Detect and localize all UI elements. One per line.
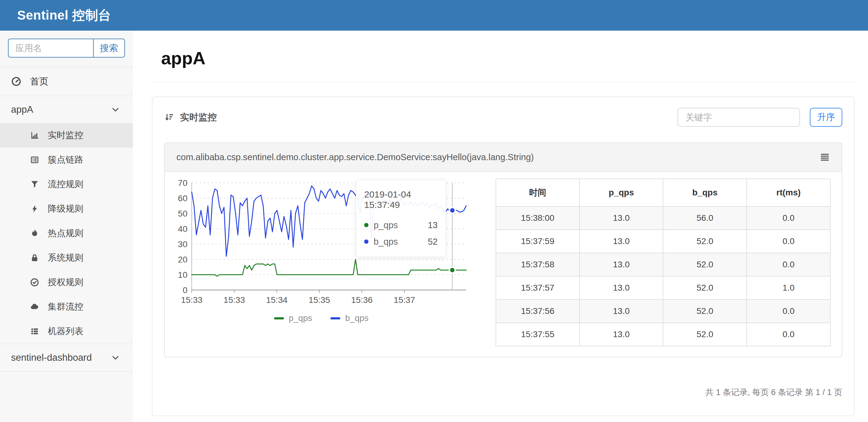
tooltip-row-b-qps: b_qps 52 [364, 233, 438, 250]
app-search-input[interactable] [8, 39, 93, 58]
cell-p-qps: 13.0 [580, 230, 663, 253]
svg-text:50: 50 [178, 209, 187, 218]
sidebar-item-label: 授权规则 [48, 276, 83, 289]
table-row: 15:37:56 13.0 52.0 0.0 [496, 299, 830, 323]
keyword-input[interactable] [678, 108, 800, 127]
cell-b-qps: 56.0 [663, 206, 747, 230]
sidebar-item-label: 簇点链路 [48, 154, 83, 166]
resource-card: com.alibaba.csp.sentinel.demo.cluster.ap… [164, 142, 842, 357]
svg-text:10: 10 [178, 270, 187, 280]
sidebar: 搜索 首页 appA 实时监控 簇点链路 [0, 31, 133, 422]
svg-text:40: 40 [178, 224, 187, 234]
qps-line-chart[interactable]: 01020304050607015:3315:3315:3415:3515:36… [174, 178, 469, 346]
legend-entry-p-qps[interactable]: p_qps [274, 313, 312, 323]
cell-b-qps: 52.0 [663, 276, 747, 299]
sidebar-group-appA[interactable]: appA [0, 96, 133, 123]
cloud-icon [29, 302, 40, 312]
sidebar-item-authority-rules[interactable]: 授权规则 [0, 270, 133, 295]
resource-name: com.alibaba.csp.sentinel.demo.cluster.ap… [177, 152, 819, 162]
column-header: 时间 [496, 179, 580, 206]
top-navbar: Sentinel 控制台 [0, 0, 868, 31]
divider [152, 82, 855, 83]
check-circle-icon [29, 277, 40, 288]
cell-rt: 0.0 [747, 230, 830, 253]
svg-text:15:37: 15:37 [394, 295, 415, 305]
legend-label: b_qps [345, 313, 368, 323]
sidebar-item-label: 降级规则 [48, 203, 83, 215]
sidebar-item-label: 首页 [30, 75, 49, 88]
sidebar-item-system-rules[interactable]: 系统规则 [0, 246, 133, 270]
cell-p-qps: 13.0 [580, 206, 663, 230]
filter-icon [29, 179, 40, 190]
column-header: rt(ms) [747, 179, 830, 206]
cell-p-qps: 13.0 [580, 253, 663, 276]
tooltip-series-value: 52 [428, 237, 438, 247]
tooltip-series-name: b_qps [374, 237, 398, 247]
sidebar-item-hotspot-rules[interactable]: 热点规则 [0, 221, 133, 246]
sidebar-item-label: 流控规则 [48, 178, 83, 191]
sidebar-item-home[interactable]: 首页 [0, 67, 133, 96]
cell-time: 15:37:59 [496, 230, 580, 253]
sidebar-item-realtime-monitor[interactable]: 实时监控 [0, 123, 133, 148]
search-button[interactable]: 搜索 [93, 39, 125, 58]
pagination-summary: 共 1 条记录, 每页 6 条记录 第 1 / 1 页 [164, 387, 842, 398]
sidebar-item-label: 集群流控 [48, 301, 83, 313]
sort-amount-icon [164, 112, 175, 123]
main-content: appA 实时监控 升序 com.alibaba.csp.sentinel.de… [133, 31, 868, 422]
th-list-icon [29, 326, 40, 336]
sidebar-item-label: 实时监控 [48, 129, 83, 141]
bar-chart-icon [29, 130, 40, 140]
svg-text:20: 20 [178, 255, 187, 264]
cell-rt: 1.0 [747, 276, 830, 299]
sidebar-item-cluster-link[interactable]: 簇点链路 [0, 148, 133, 172]
cell-b-qps: 52.0 [663, 230, 747, 253]
tooltip-series-name: p_qps [374, 220, 398, 230]
group-label: sentinel-dashboard [11, 352, 110, 363]
sidebar-item-label: 热点规则 [48, 227, 83, 239]
sidebar-item-label: 系统规则 [48, 252, 83, 264]
green-dot-icon [364, 223, 368, 227]
tooltip-timestamp: 2019-01-04 15:37:49 [364, 189, 438, 210]
svg-text:30: 30 [178, 239, 187, 249]
metrics-table: 时间 p_qps b_qps rt(ms) 15:38:00 13.0 [496, 178, 831, 346]
panel-title: 实时监控 [180, 111, 217, 124]
sidebar-item-flow-rules[interactable]: 流控规则 [0, 172, 133, 197]
page-title: appA [161, 48, 855, 68]
cell-time: 15:38:00 [496, 206, 580, 230]
app-title: Sentinel 控制台 [17, 7, 111, 24]
blue-dot-icon [364, 239, 368, 244]
svg-text:0: 0 [183, 285, 187, 295]
legend-swatch-b-qps [331, 317, 340, 319]
tooltip-row-p-qps: p_qps 13 [364, 217, 438, 233]
realtime-monitor-panel: 实时监控 升序 com.alibaba.csp.sentinel.demo.cl… [152, 96, 855, 416]
tooltip-series-value: 13 [428, 220, 438, 230]
cell-p-qps: 13.0 [580, 299, 663, 323]
cell-time: 15:37:57 [496, 276, 580, 299]
legend-entry-b-qps[interactable]: b_qps [331, 313, 368, 323]
table-row: 15:37:55 13.0 52.0 0.0 [496, 323, 830, 346]
column-header: p_qps [580, 179, 663, 206]
hamburger-menu-icon[interactable] [819, 152, 830, 162]
svg-text:15:34: 15:34 [266, 295, 288, 305]
sidebar-item-machine-list[interactable]: 机器列表 [0, 319, 133, 344]
sidebar-item-cluster-flow[interactable]: 集群流控 [0, 295, 133, 319]
chevron-down-icon [110, 104, 121, 115]
sidebar-group-sentinel-dashboard[interactable]: sentinel-dashboard [0, 344, 133, 371]
svg-text:60: 60 [178, 194, 187, 203]
legend-swatch-p-qps [274, 317, 284, 319]
cell-p-qps: 13.0 [580, 276, 663, 299]
divider [0, 371, 133, 372]
list-alt-icon [29, 155, 40, 165]
table-row: 15:37:58 13.0 52.0 0.0 [496, 253, 830, 276]
svg-text:15:36: 15:36 [351, 295, 372, 305]
svg-text:15:33: 15:33 [181, 295, 203, 305]
cell-rt: 0.0 [747, 206, 830, 230]
sidebar-item-label: 机器列表 [48, 325, 83, 337]
cell-b-qps: 52.0 [663, 253, 747, 276]
ascending-sort-button[interactable]: 升序 [810, 108, 842, 127]
sidebar-item-degrade-rules[interactable]: 降级规则 [0, 197, 133, 221]
svg-text:15:35: 15:35 [309, 295, 330, 305]
cell-time: 15:37:58 [496, 253, 580, 276]
cell-rt: 0.0 [747, 299, 830, 323]
bolt-icon [29, 204, 40, 214]
